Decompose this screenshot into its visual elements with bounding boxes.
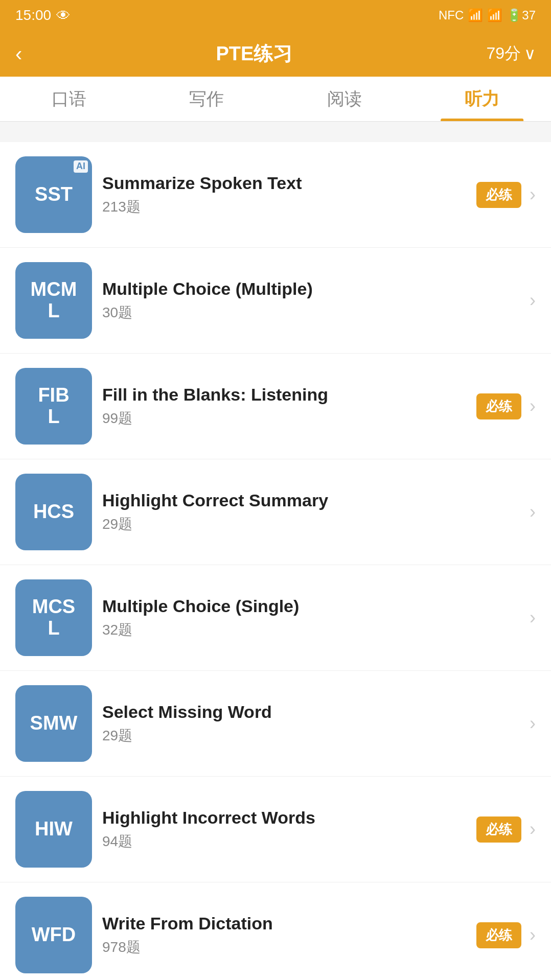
score-dropdown[interactable]: 79分 ∨: [486, 42, 536, 65]
tab-speaking[interactable]: 口语: [0, 77, 138, 121]
fibl-right: 必练 ›: [476, 393, 536, 419]
tab-reading[interactable]: 阅读: [276, 77, 414, 121]
sst-icon: AI SST: [15, 156, 92, 233]
hcs-icon: HCS: [15, 474, 92, 550]
must-practice-badge: 必练: [476, 922, 521, 948]
fibl-title: Fill in the Blanks: Listening: [102, 385, 466, 405]
tab-bar: 口语 写作 阅读 听力: [0, 77, 551, 122]
tab-listening[interactable]: 听力: [414, 77, 552, 121]
hcs-title: Highlight Correct Summary: [102, 491, 519, 510]
fibl-count: 99题: [102, 409, 466, 428]
status-icons: NFC 📶 📶 🔋37: [439, 8, 536, 22]
exercise-list: AI SST Summarize Spoken Text 213题 必练 › M…: [0, 142, 551, 980]
chevron-right-icon: ›: [530, 501, 536, 523]
wfd-right: 必练 ›: [476, 922, 536, 948]
wfd-title: Write From Dictation: [102, 914, 466, 934]
status-bar: 15:00 👁 NFC 📶 📶 🔋37: [0, 0, 551, 31]
chevron-right-icon: ›: [530, 184, 536, 205]
hcs-count: 29题: [102, 515, 519, 534]
must-practice-badge: 必练: [476, 816, 521, 843]
smw-content: Select Missing Word 29题: [92, 702, 530, 745]
tab-writing[interactable]: 写作: [138, 77, 276, 121]
mcml-icon: MCML: [15, 262, 92, 339]
ai-badge: AI: [74, 160, 88, 173]
hiw-title: Highlight Incorrect Words: [102, 808, 466, 828]
hcs-content: Highlight Correct Summary 29题: [92, 491, 530, 534]
mcml-title: Multiple Choice (Multiple): [102, 279, 519, 299]
smw-icon: SMW: [15, 685, 92, 762]
list-item[interactable]: HCS Highlight Correct Summary 29题 ›: [0, 459, 551, 565]
sst-content: Summarize Spoken Text 213题: [92, 173, 476, 217]
list-item[interactable]: FIBL Fill in the Blanks: Listening 99题 必…: [0, 354, 551, 459]
fibl-content: Fill in the Blanks: Listening 99题: [92, 385, 476, 428]
hiw-count: 94题: [102, 832, 466, 851]
sst-right: 必练 ›: [476, 182, 536, 208]
mcml-count: 30题: [102, 303, 519, 322]
wifi-icon: 📶: [468, 8, 483, 22]
list-item[interactable]: SMW Select Missing Word 29题 ›: [0, 671, 551, 777]
mcsl-content: Multiple Choice (Single) 32题: [92, 596, 530, 640]
sst-title: Summarize Spoken Text: [102, 173, 466, 193]
chevron-right-icon: ›: [530, 819, 536, 840]
smw-right: ›: [530, 713, 536, 734]
fibl-icon: FIBL: [15, 368, 92, 445]
chevron-right-icon: ›: [530, 924, 536, 946]
chevron-right-icon: ›: [530, 607, 536, 628]
list-item[interactable]: MCSL Multiple Choice (Single) 32题 ›: [0, 565, 551, 671]
status-time: 15:00 👁: [15, 7, 71, 24]
eye-icon: 👁: [56, 7, 71, 24]
app-header: ‹ PTE练习 79分 ∨: [0, 31, 551, 77]
mcsl-right: ›: [530, 607, 536, 628]
chevron-down-icon: ∨: [524, 44, 536, 63]
list-item[interactable]: HIW Highlight Incorrect Words 94题 必练 ›: [0, 777, 551, 882]
list-item[interactable]: AI SST Summarize Spoken Text 213题 必练 ›: [0, 142, 551, 248]
hiw-content: Highlight Incorrect Words 94题: [92, 808, 476, 851]
nfc-icon: NFC: [439, 8, 464, 22]
mcsl-count: 32题: [102, 620, 519, 640]
chevron-right-icon: ›: [530, 395, 536, 417]
sst-count: 213题: [102, 197, 466, 217]
hiw-right: 必练 ›: [476, 816, 536, 843]
wfd-icon: WFD: [15, 897, 92, 973]
list-item[interactable]: WFD Write From Dictation 978题 必练 ›: [0, 882, 551, 980]
page-title: PTE练习: [216, 41, 292, 67]
list-spacer: [0, 122, 551, 132]
score-value: 79分: [486, 42, 521, 65]
smw-count: 29题: [102, 726, 519, 745]
smw-title: Select Missing Word: [102, 702, 519, 722]
battery-icon: 🔋37: [507, 8, 536, 22]
wfd-content: Write From Dictation 978题: [92, 914, 476, 957]
signal-icon: 📶: [487, 8, 502, 22]
chevron-right-icon: ›: [530, 713, 536, 734]
must-practice-badge: 必练: [476, 393, 521, 419]
list-item[interactable]: MCML Multiple Choice (Multiple) 30题 ›: [0, 248, 551, 354]
mcml-content: Multiple Choice (Multiple) 30题: [92, 279, 530, 322]
wfd-count: 978题: [102, 938, 466, 957]
mcsl-title: Multiple Choice (Single): [102, 596, 519, 616]
hcs-right: ›: [530, 501, 536, 523]
chevron-right-icon: ›: [530, 290, 536, 311]
back-button[interactable]: ‹: [15, 42, 22, 65]
hiw-icon: HIW: [15, 791, 92, 868]
mcml-right: ›: [530, 290, 536, 311]
must-practice-badge: 必练: [476, 182, 521, 208]
mcsl-icon: MCSL: [15, 579, 92, 656]
